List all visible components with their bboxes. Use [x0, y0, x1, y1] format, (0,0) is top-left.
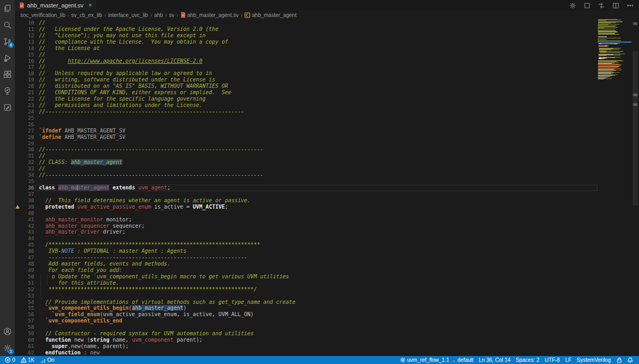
code-line[interactable]: 19// writing, software distributed under…: [15, 77, 597, 83]
status-spaces-2[interactable]: Spaces: 2: [513, 356, 542, 364]
activity-item-settings-gear[interactable]: 1: [0, 340, 15, 356]
breadcrumb-item-ahb[interactable]: ahb: [154, 12, 163, 18]
gutter-glyph-margin[interactable]: [15, 140, 21, 147]
code-line[interactable]: 49 For each field you add:: [15, 267, 597, 274]
code-line[interactable]: 35: [15, 178, 597, 185]
code-line[interactable]: 55 `uvm_component_utils_begin(ahb_master…: [15, 305, 597, 311]
code-line[interactable]: 18// Unless required by applicable law o…: [15, 70, 597, 77]
code-line[interactable]: 42 ahb_master_sequencer sequencer;: [15, 223, 597, 229]
code-line[interactable]: 51 for this attribute.: [15, 280, 597, 286]
code-line[interactable]: 28`define AHB_MASTER_AGENT_SV: [15, 134, 597, 140]
code-line[interactable]: 13// compliance with the License. You ma…: [15, 39, 597, 45]
gutter-glyph-margin[interactable]: [15, 280, 21, 286]
breadcrumb-item-soc_verification_lib[interactable]: soc_verification_lib: [20, 12, 65, 18]
gutter-glyph-margin[interactable]: [15, 197, 21, 204]
code-line[interactable]: 61 super.new(name, parent);: [15, 343, 597, 350]
code-line[interactable]: 48 Add master fields, events and methods…: [15, 261, 597, 267]
gutter-glyph-margin[interactable]: [15, 242, 21, 248]
code-line[interactable]: 52 *************************************…: [15, 286, 597, 293]
scrollbar-thumb[interactable]: [633, 51, 638, 205]
gutter-glyph-margin[interactable]: [15, 318, 21, 324]
code-line[interactable]: 56 `uvm_field_enum(uvm_active_passive_en…: [15, 311, 597, 318]
gutter-glyph-margin[interactable]: [15, 70, 21, 77]
code-line[interactable]: 41 ahb_master_monitor monitor;: [15, 217, 597, 223]
code-line[interactable]: 40: [15, 210, 597, 217]
gutter-glyph-margin[interactable]: [15, 311, 21, 318]
gutter-glyph-margin[interactable]: [15, 109, 21, 115]
editor-pane[interactable]: 10//11// Licensed under the Apache Licen…: [15, 19, 639, 356]
code-line[interactable]: 30//------------------------------------…: [15, 146, 597, 153]
gutter-glyph-margin[interactable]: [15, 26, 21, 32]
gutter-glyph-margin[interactable]: [15, 286, 21, 293]
code-line[interactable]: 46 IVB-NOTE : OPTIONAL : master Agent : …: [15, 248, 597, 254]
gutter-glyph-margin[interactable]: [15, 210, 21, 217]
gutter-glyph-margin[interactable]: [15, 52, 21, 58]
gutter-glyph-margin[interactable]: [15, 172, 21, 178]
gutter-glyph-margin[interactable]: [15, 330, 21, 337]
code-line[interactable]: 59 // Constructor - required syntax for …: [15, 330, 597, 337]
status-uvm-ref-flow-1-1-default[interactable]: uvm_ref_flow_1.1 → default: [397, 356, 477, 364]
code-line[interactable]: 37: [15, 191, 597, 197]
gutter-glyph-margin[interactable]: [15, 166, 21, 172]
code-line[interactable]: 14// the License at: [15, 45, 597, 52]
gutter-glyph-margin[interactable]: [15, 191, 21, 197]
gutter-glyph-margin[interactable]: [15, 115, 21, 121]
gutter-glyph-margin[interactable]: [15, 159, 21, 166]
code-line[interactable]: 24//------------------------------------…: [15, 109, 597, 115]
gutter-glyph-margin[interactable]: [15, 153, 21, 159]
run-settings-gear-icon[interactable]: ,: [569, 2, 576, 9]
gutter-glyph-margin[interactable]: [15, 102, 21, 109]
code-line[interactable]: 38 // This field determines whether an a…: [15, 197, 597, 204]
code-line[interactable]: 36class ahb_master_agent extends uvm_age…: [15, 185, 597, 191]
gutter-glyph-margin[interactable]: [15, 223, 21, 229]
gutter-glyph-margin[interactable]: [15, 185, 21, 191]
split-editor-icon[interactable]: [612, 2, 619, 9]
code-line[interactable]: 44: [15, 235, 597, 242]
breadcrumb-item-sv[interactable]: sv: [169, 12, 174, 18]
code-line[interactable]: 26: [15, 121, 597, 128]
gutter-glyph-margin[interactable]: [15, 58, 21, 64]
code-line[interactable]: 57 `uvm_component_utils_end: [15, 318, 597, 324]
activity-item-test-explorer[interactable]: [0, 82, 15, 99]
gutter-glyph-margin[interactable]: [15, 217, 21, 223]
gutter-glyph-margin[interactable]: [15, 204, 21, 210]
gutter-glyph-margin[interactable]: [15, 96, 21, 102]
status-1k[interactable]: 1K: [18, 356, 37, 364]
gutter-glyph-margin[interactable]: [15, 39, 21, 45]
code-line[interactable]: 31//: [15, 153, 597, 159]
tab-ahb_master_agent.sv[interactable]: ahb_master_agent.sv×: [15, 0, 97, 11]
gutter-glyph-margin[interactable]: [15, 305, 21, 311]
gutter-glyph-margin[interactable]: [15, 134, 21, 140]
gutter-glyph-margin[interactable]: [15, 248, 21, 254]
code-line[interactable]: 39 protected uvm_active_passive_enum is_…: [15, 204, 597, 210]
code-line[interactable]: 47 -------------------------------------…: [15, 254, 597, 261]
status-bell-icon[interactable]: [625, 356, 636, 364]
gutter-glyph-margin[interactable]: [15, 293, 21, 299]
code-line[interactable]: 58: [15, 324, 597, 330]
code-line[interactable]: 10//: [15, 20, 597, 26]
gutter-glyph-margin[interactable]: [15, 299, 21, 305]
code-line[interactable]: 53: [15, 293, 597, 299]
gutter-glyph-margin[interactable]: [15, 261, 21, 267]
breadcrumb-item-ahb_master_agent[interactable]: ahb_master_agent: [244, 12, 296, 18]
code-line[interactable]: 23// permissions and limitations under t…: [15, 102, 597, 109]
more-actions-icon[interactable]: [627, 2, 634, 9]
breadcrumb-item-interface_uvc_lib[interactable]: interface_uvc_lib: [108, 12, 148, 18]
open-changes-icon[interactable]: [598, 2, 605, 9]
activity-item-account[interactable]: [0, 323, 15, 340]
code-line[interactable]: 29: [15, 140, 597, 147]
activity-item-run-debug[interactable]: [0, 49, 15, 66]
code-line[interactable]: 16// http://www.apache.org/licenses/LICE…: [15, 58, 597, 64]
activity-item-search[interactable]: [0, 16, 15, 33]
code-line[interactable]: 20// distributed on an "AS IS" BASIS, WI…: [15, 83, 597, 89]
status-ln-36-col-14[interactable]: Ln 36, Col 14: [476, 356, 513, 364]
status-systemverilog[interactable]: SystemVerilog: [574, 356, 613, 364]
code-line[interactable]: 50 o Update the `uvm_component_utils_beg…: [15, 274, 597, 280]
breadcrumb-item-ahb_master_agent.sv[interactable]: ahb_master_agent.sv: [181, 12, 239, 18]
gutter-glyph-margin[interactable]: [15, 254, 21, 261]
gutter-glyph-margin[interactable]: [15, 89, 21, 96]
code-line[interactable]: 25: [15, 115, 597, 121]
tab-close-icon[interactable]: ×: [88, 2, 92, 9]
gutter-glyph-margin[interactable]: [15, 77, 21, 83]
code-line[interactable]: 34//------------------------------------…: [15, 172, 597, 178]
